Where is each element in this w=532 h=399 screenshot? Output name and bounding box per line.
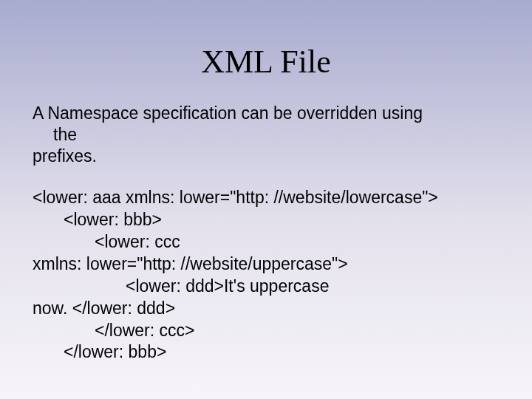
slide-title: XML File — [0, 0, 532, 103]
code-line: </lower: bbb> — [33, 341, 499, 364]
code-line: <lower: ccc — [33, 231, 499, 253]
code-line: </lower: ccc> — [33, 320, 499, 342]
slide-body: A Namespace specification can be overrid… — [0, 103, 532, 364]
intro-line: A Namespace specification can be overrid… — [33, 103, 499, 124]
intro-paragraph: A Namespace specification can be overrid… — [33, 103, 499, 166]
code-line: xmlns: lower="http: //website/uppercase"… — [33, 253, 499, 276]
intro-line: the — [33, 124, 499, 146]
slide: XML File A Namespace specification can b… — [0, 0, 532, 399]
code-line: <lower: aaa xmlns: lower="http: //websit… — [33, 187, 499, 209]
code-line: now. </lower: ddd> — [33, 298, 499, 320]
code-block: <lower: aaa xmlns: lower="http: //websit… — [33, 187, 499, 364]
code-line: <lower: ddd>It's uppercase — [33, 276, 499, 298]
code-line: <lower: bbb> — [33, 209, 499, 231]
intro-line: prefixes. — [33, 146, 499, 167]
